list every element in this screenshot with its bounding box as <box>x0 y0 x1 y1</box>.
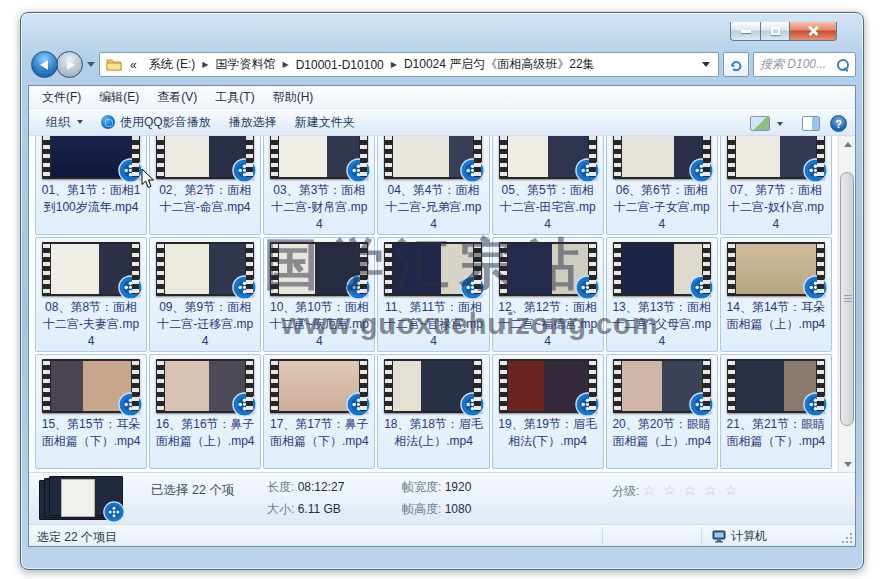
file-item[interactable]: 17、第17节：鼻子面相篇（下）.mp4 <box>263 354 375 469</box>
refresh-icon <box>729 58 743 72</box>
file-item[interactable]: 04、第4节：面相十二宫-兄弟宫.mp4 <box>377 136 489 235</box>
video-thumbnail <box>727 242 825 296</box>
file-item[interactable]: 21、第21节：眼睛面相篇（下）.mp4 <box>720 354 832 469</box>
icon-grid: 01、第1节：面相1到100岁流年.mp4 02、第2节：面相十二宫-命宫.mp… <box>34 136 833 471</box>
vertical-scrollbar[interactable] <box>838 136 855 472</box>
selection-thumbnail-stack <box>39 476 139 521</box>
qq-play-button[interactable]: 使用QQ影音播放 <box>92 110 220 135</box>
file-item[interactable]: 08、第8节：面相十二宫-夫妻宫.mp4 <box>35 237 147 352</box>
file-name: 17、第17节：鼻子面相篇（下）.mp4 <box>268 416 370 467</box>
back-button[interactable] <box>31 51 58 78</box>
frame-width-value: 1920 <box>445 480 472 494</box>
forward-button[interactable] <box>56 51 83 78</box>
play-select-label: 播放选择 <box>229 114 277 131</box>
video-thumbnail <box>156 136 254 179</box>
file-name: 11、第11节：面相十二宫~官禄宫.mp4 <box>382 299 484 350</box>
rating-field[interactable]: 分级: ☆ ☆ ☆ ☆ ☆ <box>612 482 739 500</box>
qq-play-label: 使用QQ影音播放 <box>120 114 211 131</box>
menu-view[interactable]: 查看(V) <box>148 86 206 109</box>
new-folder-button[interactable]: 新建文件夹 <box>286 110 364 135</box>
qq-player-badge-icon <box>689 275 714 300</box>
file-item[interactable]: 15、第15节：耳朵面相篇（下）.mp4 <box>35 354 147 469</box>
explorer-window: « 系统 (E:) ▶ 国学资料馆 ▶ D10001-D10100 ▶ D100… <box>20 12 864 570</box>
breadcrumb-overflow[interactable]: « <box>124 58 143 72</box>
file-item[interactable]: 02、第2节：面相十二宫-命宫.mp4 <box>149 136 261 235</box>
qq-player-badge-icon <box>118 275 143 300</box>
file-item[interactable]: 12、第12节：面相十二宫~福德宫.mp4 <box>492 237 604 352</box>
file-item[interactable]: 10、第10节：面相十二宫~疾厄宫.mp4 <box>263 237 375 352</box>
breadcrumb-separator-icon[interactable]: ▶ <box>201 60 209 69</box>
file-item[interactable]: 11、第11节：面相十二宫~官禄宫.mp4 <box>377 237 489 352</box>
close-button[interactable] <box>789 22 837 41</box>
change-view-button[interactable] <box>741 112 792 135</box>
breadcrumb-folder-current[interactable]: D10024 严启匀《面相高级班》22集 <box>398 56 601 73</box>
file-item[interactable]: 13、第13节：面相十二宫~父母宫.mp4 <box>606 237 718 352</box>
search-icon[interactable] <box>837 59 849 71</box>
breadcrumb-folder-1[interactable]: 国学资料馆 <box>210 56 282 73</box>
qq-player-badge-icon <box>346 275 371 300</box>
menu-edit[interactable]: 编辑(E) <box>90 86 148 109</box>
menu-tools[interactable]: 工具(T) <box>206 86 263 109</box>
preview-pane-button[interactable] <box>802 116 820 131</box>
scrollbar-thumb[interactable] <box>840 172 854 426</box>
video-thumbnail <box>613 136 711 179</box>
menu-help[interactable]: 帮助(H) <box>264 86 323 109</box>
qq-player-badge-icon <box>460 275 485 300</box>
grid-row: 01、第1节：面相1到100岁流年.mp4 02、第2节：面相十二宫-命宫.mp… <box>34 136 833 235</box>
grid-row: 08、第8节：面相十二宫-夫妻宫.mp4 09、第9节：面相十二宫-迁移宫.mp… <box>34 237 833 352</box>
play-select-button[interactable]: 播放选择 <box>220 110 286 135</box>
file-name: 06、第6节：面相十二宫-子女宫.mp4 <box>611 182 713 233</box>
qq-player-badge-icon <box>803 275 828 300</box>
file-item[interactable]: 09、第9节：面相十二宫-迁移宫.mp4 <box>149 237 261 352</box>
client-area: 文件(F) 编辑(E) 查看(V) 工具(T) 帮助(H) 组织 使用QQ影音播… <box>28 85 856 547</box>
file-name: 19、第19节：眉毛相法(下）.mp4 <box>497 416 599 467</box>
file-item[interactable]: 01、第1节：面相1到100岁流年.mp4 <box>35 136 147 235</box>
video-thumbnail <box>270 136 368 179</box>
breadcrumb-separator-icon[interactable]: ▶ <box>282 60 290 69</box>
breadcrumb-separator-icon[interactable]: ▶ <box>390 60 398 69</box>
rating-stars-icon[interactable]: ☆ ☆ ☆ ☆ ☆ <box>643 482 739 498</box>
file-name: 18、第18节：眉毛相法(上）.mp4 <box>382 416 484 467</box>
maximize-button[interactable] <box>760 22 789 41</box>
file-name: 16、第16节：鼻子面相篇（上）.mp4 <box>154 416 256 467</box>
file-item[interactable]: 05、第5节：面相十二宫-田宅宫.mp4 <box>492 136 604 235</box>
video-thumbnail <box>156 359 254 413</box>
qq-player-badge-icon <box>232 275 257 300</box>
address-bar[interactable]: « 系统 (E:) ▶ 国学资料馆 ▶ D10001-D10100 ▶ D100… <box>99 52 719 77</box>
scroll-up-button[interactable] <box>839 136 855 152</box>
file-item[interactable]: 16、第16节：鼻子面相篇（上）.mp4 <box>149 354 261 469</box>
breadcrumb-folder-2[interactable]: D10001-D10100 <box>290 58 390 72</box>
resize-grip[interactable] <box>841 532 853 544</box>
file-item[interactable]: 18、第18节：眉毛相法(上）.mp4 <box>377 354 489 469</box>
file-item[interactable]: 19、第19节：眉毛相法(下）.mp4 <box>492 354 604 469</box>
minimize-button[interactable] <box>730 22 760 41</box>
file-item[interactable]: 20、第20节：眼睛面相篇（上）.mp4 <box>606 354 718 469</box>
file-name: 05、第5节：面相十二宫-田宅宫.mp4 <box>497 182 599 233</box>
selection-summary: 已选择 22 个项 <box>151 482 234 499</box>
video-thumbnail <box>270 359 368 413</box>
breadcrumb-drive[interactable]: 系统 (E:) <box>143 56 202 73</box>
caption-buttons <box>730 22 837 41</box>
file-item[interactable]: 06、第6节：面相十二宫-子女宫.mp4 <box>606 136 718 235</box>
refresh-button[interactable] <box>723 52 749 77</box>
video-thumbnail <box>384 242 482 296</box>
recent-pages-dropdown-icon[interactable] <box>87 62 95 67</box>
qq-player-badge-icon <box>118 158 143 183</box>
organize-button[interactable]: 组织 <box>37 110 92 135</box>
video-thumbnail <box>42 359 140 413</box>
file-item[interactable]: 07、第7节：面相十二宫-奴仆宫.mp4 <box>720 136 832 235</box>
scrollbar-grip-icon <box>844 295 852 302</box>
status-bar: 选定 22 个项目 计算机 <box>29 524 855 546</box>
rating-label: 分级: <box>612 484 639 498</box>
address-dropdown-icon[interactable] <box>702 62 710 67</box>
minimize-icon <box>741 30 751 33</box>
file-name: 12、第12节：面相十二宫~福德宫.mp4 <box>497 299 599 350</box>
file-item[interactable]: 14、第14节：耳朵面相篇（上）.mp4 <box>720 237 832 352</box>
help-button[interactable]: ? <box>830 115 847 132</box>
file-item[interactable]: 03、第3节：面相十二宫-财帛宫.mp4 <box>263 136 375 235</box>
file-name: 14、第14节：耳朵面相篇（上）.mp4 <box>725 299 827 350</box>
menu-file[interactable]: 文件(F) <box>33 86 90 109</box>
qq-player-badge-icon <box>689 392 714 417</box>
scroll-down-button[interactable] <box>839 456 855 472</box>
search-box[interactable]: 搜索 D100... <box>753 52 856 77</box>
